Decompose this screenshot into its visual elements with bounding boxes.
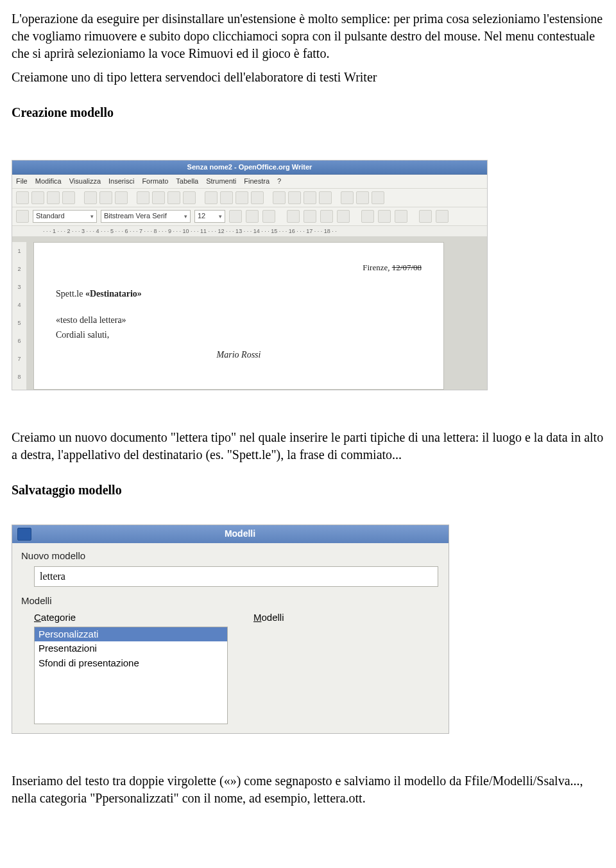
toolbar-button[interactable] <box>99 191 112 204</box>
doc-closing: Cordiali saluti, <box>56 329 422 342</box>
toolbar-button[interactable] <box>205 191 218 204</box>
menu-visualizza[interactable]: Visualizza <box>69 177 101 186</box>
toolbar-button[interactable] <box>16 210 29 223</box>
dialog-title-text: Modelli <box>37 528 443 540</box>
toolbar-button[interactable] <box>16 191 29 204</box>
doc-recipient-field: «Destinatario» <box>85 289 142 299</box>
toolbar-button[interactable] <box>84 191 97 204</box>
toolbar-button[interactable] <box>183 191 196 204</box>
chevron-down-icon: ▾ <box>184 213 187 220</box>
doc-body-placeholder: «testo della lettera» <box>56 315 422 327</box>
menu-file[interactable]: File <box>16 177 28 186</box>
align-right-button[interactable] <box>320 210 333 223</box>
paragraph-style-value: Standard <box>36 211 65 221</box>
column-label-modelli: Modelli <box>253 611 284 624</box>
toolbar-button[interactable] <box>62 191 75 204</box>
align-justify-button[interactable] <box>337 210 350 223</box>
templates-dialog-screenshot: Modelli Nuovo modello lettera Modelli Ca… <box>12 525 449 734</box>
heading-creazione-modello: Creazione modello <box>12 104 604 121</box>
writer-screenshot: Senza nome2 - OpenOffice.org Writer File… <box>12 160 488 390</box>
writer-window-title: Senza nome2 - OpenOffice.org Writer <box>12 161 487 175</box>
chevron-down-icon: ▾ <box>219 213 222 220</box>
toolbar-button[interactable] <box>115 191 128 204</box>
menu-strumenti[interactable]: Strumenti <box>206 177 236 186</box>
group-label-nuovo-modello: Nuovo modello <box>21 550 440 562</box>
toolbar-button[interactable] <box>304 191 316 204</box>
doc-city: Firenze, <box>363 263 391 272</box>
writer-toolbar-format: Standard ▾ Bitstream Vera Serif ▾ 12 ▾ <box>12 207 487 226</box>
heading-salvataggio-modello: Salvataggio modello <box>12 482 604 499</box>
column-label-categorie: Categorie <box>34 611 228 624</box>
horizontal-ruler: · · · 1 · · · 2 · · · 3 · · · 4 · · · 5 … <box>12 226 487 237</box>
font-name-combo[interactable]: Bitstream Vera Serif ▾ <box>101 210 191 223</box>
document-page[interactable]: Firenze, 12/07/08 Spett.le «Destinatario… <box>33 242 444 390</box>
menu-modifica[interactable]: Modifica <box>35 177 62 186</box>
doc-recipient-line: Spett.le «Destinatario» <box>56 288 422 300</box>
chevron-down-icon: ▾ <box>90 213 94 220</box>
doc-date-line: Firenze, 12/07/08 <box>56 262 422 273</box>
doc-recipient-prefix: Spett.le <box>56 289 85 299</box>
menu-finestra[interactable]: Finestra <box>244 177 270 186</box>
toolbar-button[interactable] <box>235 191 248 204</box>
toolbar-button[interactable] <box>341 191 354 204</box>
paragraph-4: Inseriamo del testo tra doppie virgolett… <box>12 772 604 807</box>
vertical-ruler: 1 2 3 4 5 6 7 8 <box>12 242 27 390</box>
toolbar-button[interactable] <box>220 191 233 204</box>
writer-toolbar-main <box>12 189 487 207</box>
toolbar-button[interactable] <box>31 191 44 204</box>
categories-listbox[interactable]: Personalizzati Presentazioni Sfondi di p… <box>34 627 228 724</box>
toolbar-button[interactable] <box>273 191 286 204</box>
toolbar-button[interactable] <box>419 210 432 223</box>
toolbar-button[interactable] <box>251 191 264 204</box>
category-item-personalizzati[interactable]: Personalizzati <box>35 627 227 641</box>
menu-inserisci[interactable]: Inserisci <box>108 177 134 186</box>
paragraph-2: Creiamone uno di tipo lettera servendoci… <box>12 69 604 86</box>
toolbar-button[interactable] <box>356 191 369 204</box>
template-name-input[interactable]: lettera <box>34 566 438 587</box>
category-item-sfondi[interactable]: Sfondi di presentazione <box>35 656 227 670</box>
category-item-presentazioni[interactable]: Presentazioni <box>35 641 227 655</box>
menu-help[interactable]: ? <box>277 177 281 186</box>
paragraph-1: L'operazione da eseguire per disinstalla… <box>12 10 604 62</box>
font-size-value: 12 <box>198 211 205 221</box>
toolbar-button[interactable] <box>152 191 165 204</box>
toolbar-button[interactable] <box>395 210 407 223</box>
toolbar-button[interactable] <box>47 191 60 204</box>
app-logo-icon <box>17 528 31 541</box>
dialog-titlebar: Modelli <box>12 525 449 543</box>
toolbar-button[interactable] <box>378 210 391 223</box>
group-label-modelli: Modelli <box>21 595 440 607</box>
font-size-combo[interactable]: 12 ▾ <box>194 210 225 223</box>
toolbar-button[interactable] <box>319 191 332 204</box>
doc-date: 12/07/08 <box>392 263 422 272</box>
bold-button[interactable] <box>229 210 242 223</box>
paragraph-style-combo[interactable]: Standard ▾ <box>33 210 97 223</box>
toolbar-button[interactable] <box>361 210 374 223</box>
menu-formato[interactable]: Formato <box>142 177 168 186</box>
toolbar-button[interactable] <box>288 191 301 204</box>
toolbar-button[interactable] <box>372 191 384 204</box>
align-left-button[interactable] <box>287 210 300 223</box>
underline-button[interactable] <box>262 210 275 223</box>
toolbar-button[interactable] <box>167 191 180 204</box>
toolbar-button[interactable] <box>137 191 150 204</box>
doc-signature: Mario Rossi <box>56 349 422 361</box>
font-name-value: Bitstream Vera Serif <box>104 211 167 221</box>
paragraph-3: Creiamo un nuovo documento "lettera tipo… <box>12 429 604 464</box>
align-center-button[interactable] <box>304 210 316 223</box>
writer-menubar[interactable]: File Modifica Visualizza Inserisci Forma… <box>12 175 487 189</box>
menu-tabella[interactable]: Tabella <box>176 177 198 186</box>
toolbar-button[interactable] <box>436 210 449 223</box>
italic-button[interactable] <box>246 210 259 223</box>
